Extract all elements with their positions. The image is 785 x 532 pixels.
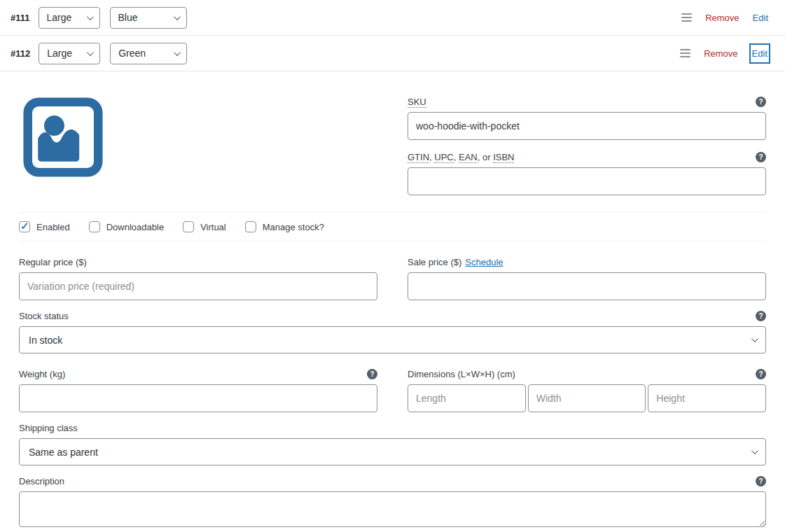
regular-price-label: Regular price ($) [19,257,87,267]
variation-form: SKU ? GTIN, UPC, EAN, or ISBN ? Enabled … [0,97,785,529]
virtual-label: Virtual [200,222,226,232]
downloadable-option: Downloadable [89,221,164,232]
variation-id: #111 [11,13,30,23]
variation-row-112: #112 Large Green Remove Edit [0,36,785,71]
variation-row-111: #111 Large Blue Remove Edit [0,0,785,36]
virtual-checkbox[interactable] [183,221,194,232]
manage-stock-checkbox[interactable] [245,221,256,232]
remove-link[interactable]: Remove [704,48,737,59]
enabled-checkbox[interactable] [19,221,30,232]
weight-label: Weight (kg) [19,369,65,379]
image-placeholder-icon [22,97,104,178]
variation-options-row: Enabled Downloadable Virtual Manage stoc… [19,212,766,241]
sku-label: SKU [408,97,426,107]
chevron-down-icon [751,447,758,454]
width-input[interactable] [528,384,646,412]
dimensions-label: Dimensions (L×W×H) (cm) [408,369,515,379]
size-select-value: Large [47,48,78,59]
color-select-value: Green [118,48,165,59]
edit-link[interactable]: Edit [751,46,768,62]
help-icon[interactable]: ? [756,476,766,486]
shipping-class-select[interactable]: Same as parent [19,438,766,465]
downloadable-label: Downloadable [106,222,164,232]
sale-price-input[interactable] [408,272,766,300]
stock-status-value: In stock [29,335,743,346]
color-select[interactable]: Green [110,43,187,64]
enabled-option: Enabled [19,221,70,232]
weight-input[interactable] [19,384,377,412]
drag-handle-icon[interactable] [680,49,690,57]
chevron-down-icon [86,13,93,20]
sale-price-label: Sale price ($) [408,257,461,267]
schedule-link[interactable]: Schedule [465,257,503,267]
variation-image-button[interactable] [22,97,104,178]
gtin-input[interactable] [408,167,766,195]
stock-status-label: Stock status [19,311,69,321]
length-input[interactable] [408,384,526,412]
edit-link[interactable]: Edit [753,13,768,23]
shipping-class-label: Shipping class [19,423,78,433]
shipping-class-value: Same as parent [29,447,743,458]
description-textarea[interactable] [19,491,766,527]
stock-status-select[interactable]: In stock [19,326,766,354]
size-select[interactable]: Large [39,7,100,29]
manage-stock-label: Manage stock? [263,222,324,232]
color-select-value: Blue [118,12,165,23]
chevron-down-icon [173,13,180,20]
downloadable-checkbox[interactable] [89,221,100,232]
sku-input[interactable] [408,112,766,140]
chevron-down-icon [87,49,94,56]
manage-stock-option: Manage stock? [245,221,324,232]
chevron-down-icon [174,49,181,56]
color-select[interactable]: Blue [110,7,187,29]
help-icon[interactable]: ? [756,152,766,162]
help-icon[interactable]: ? [367,369,377,379]
help-icon[interactable]: ? [756,311,766,321]
help-icon[interactable]: ? [756,369,766,379]
help-icon[interactable]: ? [756,97,766,107]
drag-handle-icon[interactable] [681,13,692,22]
description-label: Description [19,476,64,486]
variation-id: #112 [11,48,30,59]
enabled-label: Enabled [36,222,70,232]
size-select-value: Large [47,12,78,23]
virtual-option: Virtual [183,221,226,232]
height-input[interactable] [648,384,766,412]
gtin-label: GTIN, UPC, EAN, or ISBN [408,152,514,162]
size-select[interactable]: Large [39,43,100,64]
regular-price-input[interactable] [19,272,377,300]
chevron-down-icon [751,335,758,342]
remove-link[interactable]: Remove [705,13,739,23]
